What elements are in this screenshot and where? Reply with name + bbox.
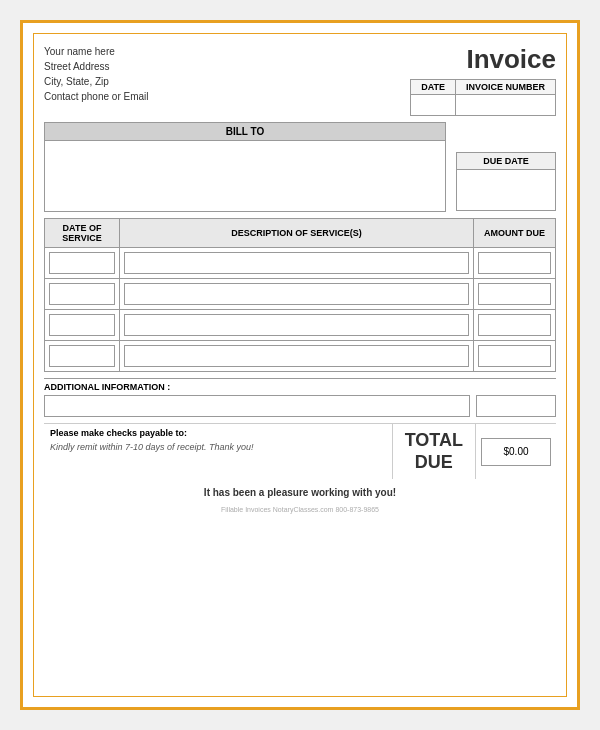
due-date-box: DUE DATE <box>456 152 556 211</box>
service-date-cell-0 <box>45 248 120 279</box>
service-desc-cell-2 <box>120 310 474 341</box>
payable-to: Please make checks payable to: <box>50 428 386 438</box>
service-row-2 <box>45 310 556 341</box>
due-date-section: DUE DATE <box>456 122 556 211</box>
total-due-label: TOTAL DUE <box>405 430 463 473</box>
bottom-message: It has been a pleasure working with you! <box>44 485 556 500</box>
additional-label: ADDITIONAL INFORMATION : <box>44 382 556 392</box>
additional-row <box>44 395 556 417</box>
bill-to-content[interactable] <box>45 141 445 211</box>
service-row-3 <box>45 341 556 372</box>
number-col-header: INVOICE NUMBER <box>455 80 555 95</box>
bill-to-header: BILL TO <box>45 123 445 141</box>
service-date-cell-1 <box>45 279 120 310</box>
service-amount-cell-1 <box>474 279 556 310</box>
service-date-field-1[interactable] <box>49 283 115 305</box>
service-date-cell-3 <box>45 341 120 372</box>
service-amount-field-3[interactable] <box>478 345 551 367</box>
company-city: City, State, Zip <box>44 74 149 89</box>
total-due-box: TOTAL DUE <box>393 424 476 479</box>
additional-input[interactable] <box>44 395 470 417</box>
invoice-number-field[interactable] <box>455 95 555 116</box>
header: Your name here Street Address City, Stat… <box>44 44 556 116</box>
company-info: Your name here Street Address City, Stat… <box>44 44 149 104</box>
service-desc-cell-1 <box>120 279 474 310</box>
service-row-0 <box>45 248 556 279</box>
service-date-field-0[interactable] <box>49 252 115 274</box>
bill-to-box: BILL TO <box>44 122 446 212</box>
service-amount-cell-0 <box>474 248 556 279</box>
date-number-table: DATE INVOICE NUMBER <box>410 79 556 116</box>
service-amount-cell-3 <box>474 341 556 372</box>
service-row-1 <box>45 279 556 310</box>
service-desc-field-3[interactable] <box>124 345 469 367</box>
footer-left: Please make checks payable to: Kindly re… <box>44 424 393 479</box>
service-date-field-3[interactable] <box>49 345 115 367</box>
service-desc-field-0[interactable] <box>124 252 469 274</box>
inner-border: Your name here Street Address City, Stat… <box>33 33 567 697</box>
service-desc-header: DESCRIPTION OF SERVICE(S) <box>120 219 474 248</box>
additional-section: ADDITIONAL INFORMATION : <box>44 378 556 417</box>
service-amount-field-1[interactable] <box>478 283 551 305</box>
company-name: Your name here <box>44 44 149 59</box>
date-col-header: DATE <box>411 80 456 95</box>
company-contact: Contact phone or Email <box>44 89 149 104</box>
company-street: Street Address <box>44 59 149 74</box>
invoice-right: Invoice DATE INVOICE NUMBER <box>410 44 556 116</box>
date-field[interactable] <box>411 95 456 116</box>
due-date-content[interactable] <box>457 170 555 210</box>
due-date-header: DUE DATE <box>457 153 555 170</box>
watermark: Fillable Invoices NotaryClasses.com 800-… <box>44 506 556 513</box>
service-date-header: DATE OF SERVICE <box>45 219 120 248</box>
service-date-cell-2 <box>45 310 120 341</box>
total-amount-box: $0.00 <box>476 424 556 479</box>
service-amount-cell-2 <box>474 310 556 341</box>
service-desc-field-2[interactable] <box>124 314 469 336</box>
service-amount-header: AMOUNT DUE <box>474 219 556 248</box>
footer-section: Please make checks payable to: Kindly re… <box>44 423 556 479</box>
service-desc-cell-3 <box>120 341 474 372</box>
service-desc-cell-0 <box>120 248 474 279</box>
service-date-field-2[interactable] <box>49 314 115 336</box>
invoice-title: Invoice <box>410 44 556 75</box>
remit-text: Kindly remit within 7-10 days of receipt… <box>50 442 386 452</box>
amount-field[interactable]: $0.00 <box>481 438 551 466</box>
service-amount-field-2[interactable] <box>478 314 551 336</box>
service-amount-field-0[interactable] <box>478 252 551 274</box>
services-table: DATE OF SERVICE DESCRIPTION OF SERVICE(S… <box>44 218 556 372</box>
service-desc-field-1[interactable] <box>124 283 469 305</box>
invoice-page: Your name here Street Address City, Stat… <box>20 20 580 710</box>
bill-section: BILL TO DUE DATE <box>44 122 556 212</box>
additional-amount[interactable] <box>476 395 556 417</box>
